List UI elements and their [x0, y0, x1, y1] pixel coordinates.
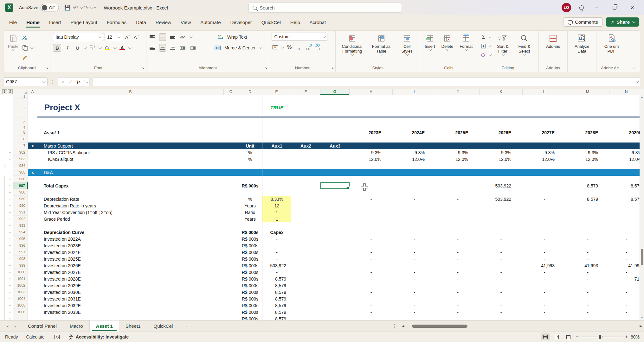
row-header-997[interactable]: 997: [13, 249, 28, 256]
cell-H1002[interactable]: -: [350, 282, 393, 289]
tab-developer[interactable]: Developer: [225, 16, 256, 29]
cell-N993[interactable]: [609, 222, 643, 229]
cell-G996[interactable]: [320, 242, 350, 249]
vertical-scroll-thumb[interactable]: [641, 249, 643, 265]
cell-F[interactable]: [291, 315, 320, 320]
cell-C986[interactable]: [224, 176, 238, 182]
cell-C994[interactable]: [224, 229, 238, 236]
cell-K1006[interactable]: -: [480, 309, 523, 315]
cell-C1002[interactable]: [224, 282, 238, 289]
cell-A995[interactable]: [28, 236, 37, 242]
cell-I999[interactable]: -: [393, 262, 436, 269]
cell-H987[interactable]: -: [350, 182, 393, 189]
cell-K986[interactable]: [480, 176, 523, 182]
cell-M998[interactable]: -: [566, 256, 609, 262]
cell-C2[interactable]: [224, 98, 238, 117]
copy-chevron-icon[interactable]: [30, 46, 34, 49]
cell-K1004[interactable]: -: [480, 295, 523, 302]
cell-J988[interactable]: [436, 189, 480, 196]
cell-I996[interactable]: -: [393, 242, 436, 249]
cell-I983[interactable]: 12.0%: [393, 156, 436, 162]
cell-A1002[interactable]: [28, 282, 37, 289]
increase-font-size-button[interactable]: Aˆ: [124, 33, 131, 41]
cell-G7[interactable]: Aux3: [320, 142, 350, 149]
cell-J1004[interactable]: -: [436, 295, 480, 302]
borders-button[interactable]: [89, 44, 96, 52]
cell-G999[interactable]: [320, 262, 350, 269]
cell-J[interactable]: [436, 315, 480, 320]
cell-A1000[interactable]: [28, 269, 37, 276]
cell-M993[interactable]: [566, 222, 609, 229]
cell-F987[interactable]: [291, 182, 320, 189]
increase-indent-button[interactable]: [190, 44, 196, 52]
cell-F989[interactable]: [291, 196, 320, 202]
cell-N998[interactable]: -: [609, 256, 643, 262]
cell-L995[interactable]: -: [523, 236, 566, 242]
addins-button[interactable]: Add-ins: [544, 33, 562, 65]
cell-H1000[interactable]: -: [350, 269, 393, 276]
fill-button[interactable]: [480, 42, 487, 50]
cell-K1[interactable]: [480, 95, 523, 98]
tab-automate[interactable]: Automate: [196, 16, 225, 29]
cell-J1002[interactable]: -: [436, 282, 480, 289]
cell-J5[interactable]: 2025E: [436, 129, 480, 136]
cell-A996[interactable]: [28, 242, 37, 249]
cell-F996[interactable]: [291, 242, 320, 249]
cell-G989[interactable]: [320, 196, 350, 202]
cell-B992[interactable]: Grace Period: [37, 216, 224, 222]
cell-B997[interactable]: Invested on 2024E: [37, 249, 224, 256]
row-header-983[interactable]: 983: [13, 156, 28, 162]
column-header-G[interactable]: G: [320, 89, 350, 95]
cell-N6[interactable]: [609, 136, 643, 142]
align-left-button[interactable]: [149, 44, 156, 52]
cell-M987[interactable]: 8,579: [566, 182, 609, 189]
cell-B998[interactable]: Invested on 2025E: [37, 256, 224, 262]
cell-C1006[interactable]: [224, 309, 238, 315]
cell-J1001[interactable]: -: [436, 276, 480, 282]
avatar[interactable]: LO: [562, 3, 571, 12]
cell-J987[interactable]: -: [436, 182, 480, 189]
cell-A1006[interactable]: [28, 309, 37, 315]
cell-D991[interactable]: Ratio: [238, 209, 262, 216]
cell-E6[interactable]: [262, 136, 291, 142]
cell-B7[interactable]: Macro Support: [37, 142, 224, 149]
cell-L1003[interactable]: -: [523, 289, 566, 295]
cell-G3[interactable]: [320, 117, 350, 126]
cell-G983[interactable]: [320, 156, 350, 162]
cell-J992[interactable]: [436, 216, 480, 222]
cell-H7[interactable]: [350, 142, 393, 149]
cell-K987[interactable]: 503,922: [480, 182, 523, 189]
cell-A984[interactable]: [28, 162, 37, 169]
autosum-chevron-icon[interactable]: [489, 35, 492, 38]
cell-D988[interactable]: [238, 189, 262, 196]
row-header-994[interactable]: 994: [13, 229, 28, 236]
cell-A983[interactable]: [28, 156, 37, 162]
cell-L4[interactable]: [523, 126, 566, 129]
cell-L1002[interactable]: -: [523, 282, 566, 289]
row-header-3[interactable]: 3: [13, 117, 28, 126]
middle-align-button[interactable]: [159, 33, 166, 41]
cell-L6[interactable]: [523, 136, 566, 142]
row-header-982[interactable]: 982: [13, 149, 28, 156]
cell-H996[interactable]: -: [350, 242, 393, 249]
cell-I986[interactable]: [393, 176, 436, 182]
cell-G995[interactable]: [320, 236, 350, 242]
cell-K7[interactable]: [480, 142, 523, 149]
cell-E984[interactable]: [262, 162, 291, 169]
cell-N1005[interactable]: -: [609, 302, 643, 309]
tab-view[interactable]: View: [176, 16, 196, 29]
analyze-data-button[interactable]: Analyze Data: [570, 33, 594, 65]
percent-style-button[interactable]: %: [286, 43, 293, 51]
cell-B1002[interactable]: Invested on 2029E: [37, 282, 224, 289]
cell-K994[interactable]: [480, 229, 523, 236]
top-align-button[interactable]: [149, 33, 156, 41]
cell-N987[interactable]: 8,579: [609, 182, 643, 189]
merge-center-label[interactable]: Merge & Center: [224, 45, 256, 50]
scroll-up-icon[interactable]: ▲: [640, 95, 644, 99]
tab-file[interactable]: File: [4, 16, 22, 29]
cell-L1005[interactable]: -: [523, 302, 566, 309]
cell-C1005[interactable]: [224, 302, 238, 309]
column-header-N[interactable]: N: [609, 89, 643, 95]
cell-C1[interactable]: [224, 95, 238, 98]
cell-H998[interactable]: -: [350, 256, 393, 262]
